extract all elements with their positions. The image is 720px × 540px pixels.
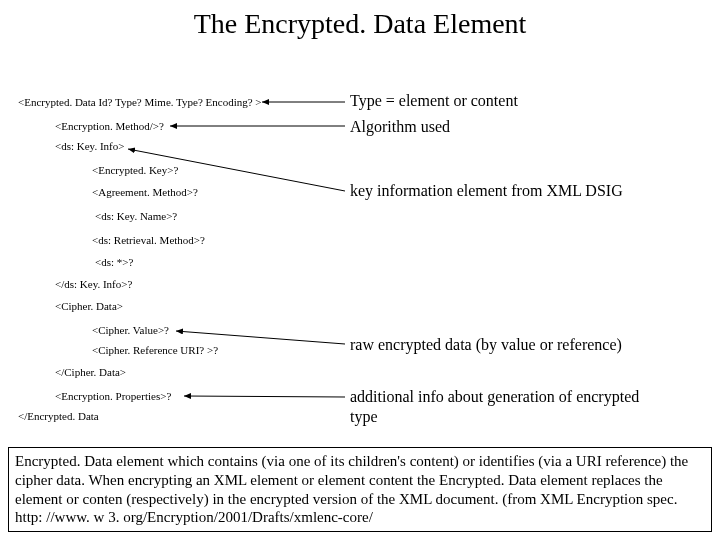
anno-cipher: raw encrypted data (by value or referenc…	[350, 336, 622, 354]
anno-algorithm: Algorithm used	[350, 118, 450, 136]
xml-keyinfo-open: <ds: Key. Info>	[55, 140, 124, 152]
xml-cipherdata-close: </Cipher. Data>	[55, 366, 126, 378]
page-title: The Encrypted. Data Element	[0, 0, 720, 46]
description-box: Encrypted. Data element which contains (…	[8, 447, 712, 532]
xml-ds-any: <ds: *>?	[95, 256, 133, 268]
xml-encryptionproperties: <Encryption. Properties>?	[55, 390, 171, 402]
arrow-cipher	[176, 331, 345, 344]
xml-keyname: <ds: Key. Name>?	[95, 210, 177, 222]
xml-ciphervalue: <Cipher. Value>?	[92, 324, 169, 336]
anno-props-line2: type	[350, 408, 378, 426]
xml-retrievalmethod: <ds: Retrieval. Method>?	[92, 234, 205, 246]
xml-cipherdata-open: <Cipher. Data>	[55, 300, 123, 312]
xml-encrypteddata-open: <Encrypted. Data Id? Type? Mime. Type? E…	[18, 96, 262, 108]
anno-keyinfo: key information element from XML DSIG	[350, 182, 623, 200]
xml-encryptionmethod: <Encryption. Method/>?	[55, 120, 164, 132]
anno-type: Type = element or content	[350, 92, 518, 110]
xml-encryptedkey: <Encrypted. Key>?	[92, 164, 178, 176]
xml-encrypteddata-close: </Encrypted. Data	[18, 410, 99, 422]
xml-cipherreference: <Cipher. Reference URI? >?	[92, 344, 218, 356]
xml-keyinfo-close: </ds: Key. Info>?	[55, 278, 132, 290]
xml-agreementmethod: <Agreement. Method>?	[92, 186, 198, 198]
anno-props-line1: additional info about generation of encr…	[350, 388, 639, 406]
arrow-props	[184, 396, 345, 397]
